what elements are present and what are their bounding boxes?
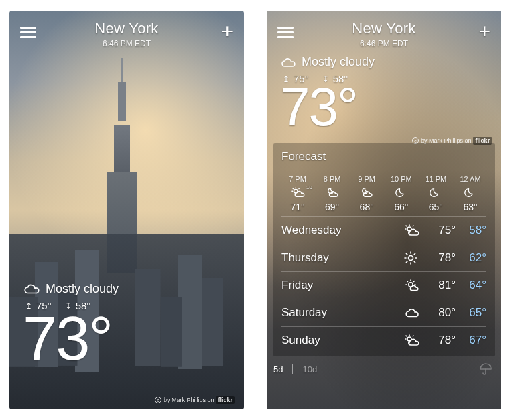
current-conditions: Mostly cloudy ↥ 75° ↧ 58° 73° xyxy=(267,52,501,134)
phone-screen-forecast: New York 6:46 PM EDT + Mostly cloudy ↥ 7… xyxy=(267,11,501,409)
day-high: 80° xyxy=(425,306,456,320)
location-title: New York 6:46 PM EDT xyxy=(36,20,217,48)
hour-cell: 10 PM66° xyxy=(385,175,417,212)
day-high: 75° xyxy=(425,224,456,237)
precip-chance: 10 xyxy=(306,184,312,190)
current-temp: 73° xyxy=(280,80,488,134)
hour-time: 11 PM xyxy=(425,175,446,183)
forecast-panel[interactable]: Forecast 7 PM1071°8 PM69°9 PM68°10 PM66°… xyxy=(273,143,495,356)
moon-icon xyxy=(462,186,478,198)
top-bar: New York 6:46 PM EDT + xyxy=(267,11,501,52)
cloud-icon xyxy=(280,56,296,69)
hour-temp: 65° xyxy=(429,202,443,212)
day-high: 78° xyxy=(425,251,456,265)
day-name: Sunday xyxy=(281,334,398,347)
local-time: 6:46 PM EDT xyxy=(294,39,474,48)
condition-text: Mostly cloudy xyxy=(302,55,375,69)
photo-attribution: c by Mark Phillips on flickr xyxy=(155,396,235,404)
day-low: 58° xyxy=(456,224,486,237)
day-low: 67° xyxy=(456,334,486,347)
day-high: 81° xyxy=(425,279,456,292)
cloudy-night-icon xyxy=(324,186,340,198)
condition-text: Mostly cloudy xyxy=(46,282,119,296)
cloud-icon xyxy=(23,281,40,296)
divider xyxy=(281,169,486,169)
add-location-button[interactable]: + xyxy=(474,20,491,39)
hour-time: 10 PM xyxy=(391,175,412,183)
location-title: New York 6:46 PM EDT xyxy=(294,20,474,48)
hour-temp: 71° xyxy=(290,202,304,212)
hourly-forecast[interactable]: 7 PM1071°8 PM69°9 PM68°10 PM66°11 PM65°1… xyxy=(281,175,486,212)
day-row[interactable]: Saturday80°65° xyxy=(281,299,486,326)
sunny-icon xyxy=(403,251,420,265)
top-bar: New York 6:46 PM EDT + xyxy=(9,11,244,52)
hour-time: 7 PM xyxy=(289,175,306,183)
range-5d-button[interactable]: 5d xyxy=(273,364,283,374)
menu-icon[interactable] xyxy=(20,20,36,41)
hour-cell: 7 PM1071° xyxy=(281,175,314,212)
day-row[interactable]: Wednesday75°58° xyxy=(281,216,486,244)
hour-cell: 11 PM65° xyxy=(419,175,452,212)
hour-cell: 12 AM63° xyxy=(454,175,486,212)
day-low: 62° xyxy=(456,251,486,265)
divider xyxy=(292,364,293,374)
day-low: 64° xyxy=(456,279,486,292)
day-low: 65° xyxy=(456,306,486,320)
city-name: New York xyxy=(36,20,217,38)
hour-temp: 68° xyxy=(360,202,374,212)
cloudy-night-icon xyxy=(359,186,375,198)
forecast-title: Forecast xyxy=(281,150,486,163)
cloudy-icon xyxy=(403,306,420,320)
city-name: New York xyxy=(294,20,474,38)
hour-cell: 9 PM68° xyxy=(350,175,383,212)
range-10d-button[interactable]: 10d xyxy=(302,364,317,374)
menu-icon[interactable] xyxy=(277,20,294,41)
current-conditions: Mostly cloudy ↥ 75° ↧ 58° 73° xyxy=(9,279,132,369)
hour-cell: 8 PM69° xyxy=(316,175,348,212)
day-name: Saturday xyxy=(281,306,398,320)
partly-cloudy-icon xyxy=(403,224,420,237)
hour-temp: 66° xyxy=(394,202,408,212)
hour-temp: 69° xyxy=(325,202,339,212)
add-location-button[interactable]: + xyxy=(217,20,233,39)
partly-cloudy-icon xyxy=(403,334,420,347)
day-high: 78° xyxy=(425,334,456,347)
range-toggle: 5d 10d xyxy=(267,356,501,382)
moon-icon xyxy=(428,186,444,198)
day-name: Wednesday xyxy=(281,224,398,237)
day-name: Thursday xyxy=(281,251,398,265)
daily-forecast[interactable]: Wednesday75°58°Thursday78°62°Friday81°64… xyxy=(281,216,486,354)
day-row[interactable]: Friday81°64° xyxy=(281,271,486,299)
current-temp: 73° xyxy=(23,307,119,369)
day-name: Friday xyxy=(281,279,398,292)
cc-icon: c xyxy=(155,397,161,403)
hour-temp: 63° xyxy=(463,202,477,212)
hour-time: 8 PM xyxy=(324,175,341,183)
phone-screen-main: New York 6:46 PM EDT + Mostly cloudy ↥ 7… xyxy=(9,11,244,409)
day-row[interactable]: Thursday78°62° xyxy=(281,244,486,271)
day-row[interactable]: Sunday78°67° xyxy=(281,326,486,354)
hour-time: 9 PM xyxy=(358,175,375,183)
flickr-badge: flickr xyxy=(216,396,235,404)
umbrella-icon xyxy=(477,362,495,376)
mostly-sunny-icon xyxy=(403,279,420,292)
moon-icon xyxy=(393,186,409,198)
hour-time: 12 AM xyxy=(460,175,480,183)
local-time: 6:46 PM EDT xyxy=(36,39,217,48)
partly-cloudy-icon xyxy=(289,186,306,198)
